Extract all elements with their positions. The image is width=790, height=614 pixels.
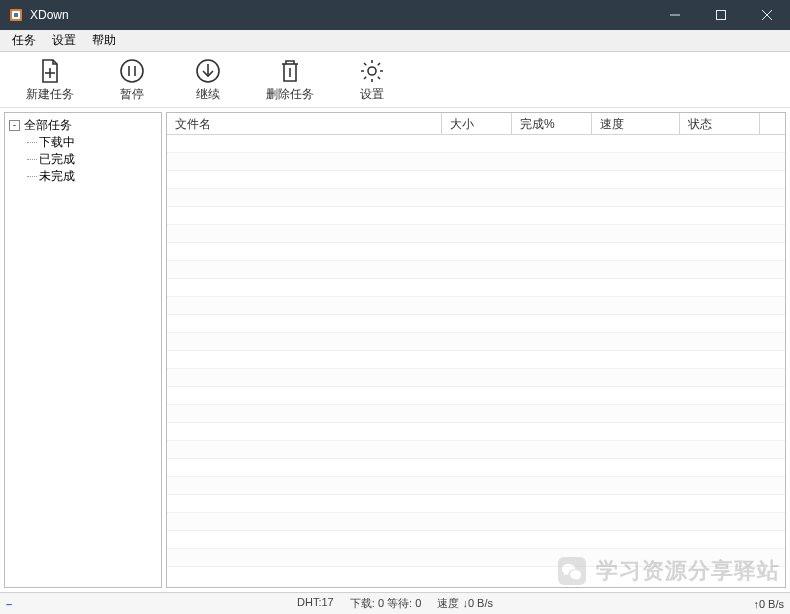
tree-incomplete-label: 未完成: [39, 169, 75, 183]
tree-completed-label: 已完成: [39, 152, 75, 166]
menu-tasks[interactable]: 任务: [4, 30, 44, 51]
maximize-button[interactable]: [698, 0, 744, 30]
status-collapse-icon[interactable]: –: [6, 598, 12, 610]
table-row[interactable]: [167, 279, 785, 297]
trash-icon: [276, 57, 304, 85]
titlebar: XDown: [0, 0, 790, 30]
gear-icon: [358, 57, 386, 85]
task-table: 文件名 大小 完成% 速度 状态: [166, 112, 786, 588]
statusbar: – DHT:17 下载: 0 等待: 0 速度 ↓0 B/s ↑0 B/s: [0, 592, 790, 614]
arrow-down-icon: ↓: [462, 597, 468, 609]
svg-rect-4: [717, 11, 726, 20]
tree-node-downloading[interactable]: 下载中: [27, 134, 157, 151]
tree-root-node[interactable]: -全部任务 下载中 已完成 未完成: [9, 117, 157, 185]
download-circle-icon: [194, 57, 222, 85]
table-row[interactable]: [167, 477, 785, 495]
svg-point-15: [368, 67, 376, 75]
new-task-button[interactable]: 新建任务: [20, 55, 80, 105]
table-row[interactable]: [167, 261, 785, 279]
status-center: DHT:17 下载: 0 等待: 0 速度 ↓0 B/s: [0, 596, 790, 611]
table-row[interactable]: [167, 297, 785, 315]
tree-collapse-icon[interactable]: -: [9, 120, 20, 131]
settings-label: 设置: [360, 86, 384, 103]
table-row[interactable]: [167, 153, 785, 171]
tree-root-label: 全部任务: [24, 118, 72, 132]
table-row[interactable]: [167, 189, 785, 207]
column-speed[interactable]: 速度: [592, 113, 680, 134]
tree-node-completed[interactable]: 已完成: [27, 151, 157, 168]
table-row[interactable]: [167, 441, 785, 459]
status-download-count: 下载: 0 等待: 0: [350, 596, 422, 611]
toolbar: 新建任务 暂停 继续 删除任务 设置: [0, 52, 790, 108]
sidebar: -全部任务 下载中 已完成 未完成: [4, 112, 162, 588]
table-row[interactable]: [167, 207, 785, 225]
svg-point-9: [121, 60, 143, 82]
pause-label: 暂停: [120, 86, 144, 103]
minimize-button[interactable]: [652, 0, 698, 30]
pause-icon: [118, 57, 146, 85]
file-plus-icon: [36, 57, 64, 85]
table-row[interactable]: [167, 243, 785, 261]
close-button[interactable]: [744, 0, 790, 30]
table-row[interactable]: [167, 171, 785, 189]
table-row[interactable]: [167, 459, 785, 477]
table-header: 文件名 大小 完成% 速度 状态: [167, 113, 785, 135]
settings-button[interactable]: 设置: [348, 55, 396, 105]
pause-button[interactable]: 暂停: [108, 55, 156, 105]
app-icon: [8, 7, 24, 23]
status-dht: DHT:17: [297, 596, 334, 611]
table-row[interactable]: [167, 351, 785, 369]
window-controls: [652, 0, 790, 30]
status-down-speed: 速度 ↓0 B/s: [437, 596, 493, 611]
column-filename[interactable]: 文件名: [167, 113, 442, 134]
menubar: 任务 设置 帮助: [0, 30, 790, 52]
table-row[interactable]: [167, 405, 785, 423]
svg-rect-2: [14, 13, 18, 17]
table-row[interactable]: [167, 135, 785, 153]
table-row[interactable]: [167, 315, 785, 333]
column-done-pct[interactable]: 完成%: [512, 113, 592, 134]
resume-label: 继续: [196, 86, 220, 103]
table-row[interactable]: [167, 333, 785, 351]
new-task-label: 新建任务: [26, 86, 74, 103]
column-status[interactable]: 状态: [680, 113, 760, 134]
tree-downloading-label: 下载中: [39, 135, 75, 149]
table-row[interactable]: [167, 369, 785, 387]
resume-button[interactable]: 继续: [184, 55, 232, 105]
content-area: -全部任务 下载中 已完成 未完成 文件名 大小 完成% 速度 状态: [0, 108, 790, 592]
column-rest[interactable]: [760, 113, 785, 134]
table-row[interactable]: [167, 387, 785, 405]
table-row[interactable]: [167, 513, 785, 531]
table-body[interactable]: [167, 135, 785, 587]
delete-task-button[interactable]: 删除任务: [260, 55, 320, 105]
table-row[interactable]: [167, 549, 785, 567]
menu-settings[interactable]: 设置: [44, 30, 84, 51]
status-up-speed: ↑0 B/s: [753, 598, 784, 610]
table-row[interactable]: [167, 225, 785, 243]
delete-task-label: 删除任务: [266, 86, 314, 103]
menu-help[interactable]: 帮助: [84, 30, 124, 51]
table-row[interactable]: [167, 423, 785, 441]
column-size[interactable]: 大小: [442, 113, 512, 134]
table-row[interactable]: [167, 531, 785, 549]
window-title: XDown: [30, 8, 652, 22]
table-row[interactable]: [167, 495, 785, 513]
tree-node-incomplete[interactable]: 未完成: [27, 168, 157, 185]
